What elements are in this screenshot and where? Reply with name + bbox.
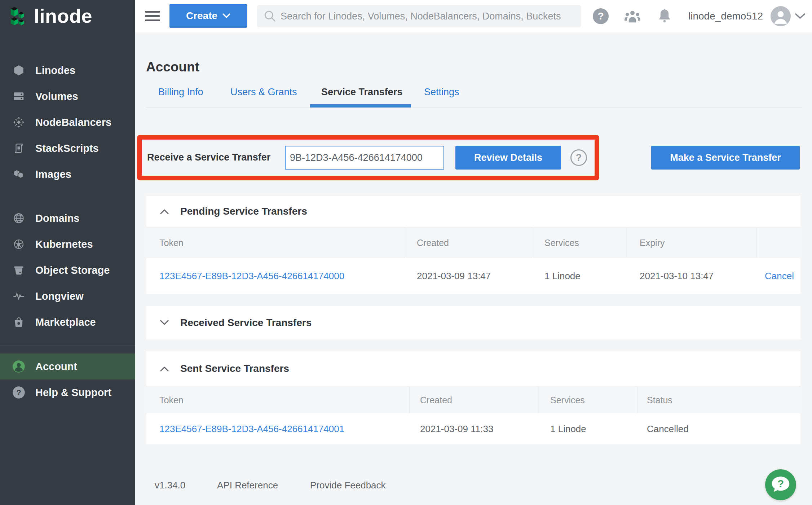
user-menu-chevron-icon[interactable] [795, 13, 806, 19]
transfer-created: 2021-03-09 11:33 [420, 423, 493, 435]
column-divider [531, 227, 531, 258]
received-section-toggle[interactable]: Received Service Transfers [146, 306, 800, 339]
chevron-down-icon [222, 13, 230, 18]
bucket-icon [9, 264, 28, 276]
search-icon [263, 9, 277, 23]
sidebar-item-label: Linodes [35, 65, 75, 76]
community-icon[interactable] [623, 8, 641, 24]
table-row: 123E4567-E89B-12D3-A456-426614174001 202… [146, 413, 800, 444]
menu-icon[interactable] [145, 11, 160, 22]
api-reference-link[interactable]: API Reference [217, 480, 278, 491]
transfer-help-icon[interactable]: ? [570, 149, 587, 166]
column-header-status: Status [647, 395, 672, 405]
sidebar-item-label: StackScripts [35, 142, 99, 154]
support-chat-button[interactable]: ? [765, 469, 796, 500]
linode-logo[interactable]: linode [9, 4, 92, 30]
transfer-token-link[interactable]: 123E4567-E89B-12D3-A456-426614174001 [159, 423, 344, 435]
transfer-expiry: 2021-03-10 13:47 [640, 271, 714, 282]
column-header-created: Created [417, 237, 449, 248]
pending-table-header: Token Created Services Expiry [146, 227, 800, 258]
column-header-token: Token [159, 237, 184, 248]
question-circle-icon: ? [9, 386, 28, 399]
sidebar-item-label: Volumes [35, 91, 78, 102]
pending-section-toggle[interactable]: Pending Service Transfers [146, 196, 800, 227]
sidebar-item-label: Account [35, 361, 77, 373]
make-service-transfer-button[interactable]: Make a Service Transfer [651, 146, 800, 170]
question-glyph: ? [597, 10, 604, 22]
sidebar-item-images[interactable]: Images [0, 161, 135, 187]
column-header-services: Services [544, 237, 579, 248]
transfer-created: 2021-03-09 13:47 [417, 271, 491, 282]
sidebar-item-label: NodeBalancers [35, 117, 111, 128]
sidebar-item-stackscripts[interactable]: StackScripts [0, 135, 135, 161]
pulse-icon [9, 290, 28, 302]
sidebar-item-volumes[interactable]: Volumes [0, 83, 135, 109]
received-transfers-panel: Received Service Transfers [146, 306, 800, 339]
pending-section-title: Pending Service Transfers [180, 206, 307, 217]
stackscripts-icon [9, 142, 28, 154]
sidebar-item-label: Images [35, 168, 71, 180]
column-divider [539, 386, 539, 413]
tab-billing-info[interactable]: Billing Info [158, 87, 203, 98]
column-divider [627, 227, 627, 258]
column-header-services: Services [550, 395, 585, 405]
sidebar-item-help-support[interactable]: ? Help & Support [0, 379, 135, 405]
tab-settings[interactable]: Settings [424, 87, 459, 98]
sidebar-item-linodes[interactable]: Linodes [0, 57, 135, 83]
sidebar-item-label: Marketplace [35, 316, 96, 328]
sidebar-divider [0, 345, 135, 346]
sidebar-item-nodebalancers[interactable]: NodeBalancers [0, 109, 135, 135]
receive-transfer-label: Receive a Service Transfer [147, 152, 270, 163]
column-header-token: Token [159, 395, 184, 405]
volumes-icon [9, 91, 28, 102]
chevron-up-icon [160, 366, 169, 372]
transfer-services: 1 Linode [544, 271, 581, 282]
sidebar-item-kubernetes[interactable]: Kubernetes [0, 231, 135, 257]
sidebar-item-object-storage[interactable]: Object Storage [0, 257, 135, 283]
sent-section-title: Sent Service Transfers [180, 363, 289, 374]
sidebar-item-marketplace[interactable]: Marketplace [0, 309, 135, 335]
sidebar-item-longview[interactable]: Longview [0, 283, 135, 309]
create-button[interactable]: Create [169, 4, 247, 28]
global-search[interactable] [257, 5, 581, 27]
sidebar-item-label: Kubernetes [35, 238, 93, 250]
column-divider [409, 386, 410, 413]
notifications-bell-icon[interactable] [657, 8, 672, 25]
transfer-token-link[interactable]: 123E4567-E89B-12D3-A456-426614174000 [159, 271, 344, 282]
transfer-token-input[interactable] [285, 146, 444, 170]
column-divider [756, 227, 756, 258]
tab-service-transfers[interactable]: Service Transfers [321, 87, 402, 98]
create-button-label: Create [186, 10, 217, 22]
sidebar-item-label: Object Storage [35, 264, 110, 276]
chevron-down-icon [160, 320, 169, 325]
globe-icon [9, 212, 28, 224]
linode-cloud-manager: linode Linodes Volumes [0, 0, 812, 505]
chat-bubble-question-icon: ? [769, 474, 792, 496]
provide-feedback-link[interactable]: Provide Feedback [310, 480, 386, 491]
cancel-transfer-link[interactable]: Cancel [765, 271, 794, 282]
linode-cubes-icon [9, 5, 29, 29]
sent-table-header: Token Created Services Status [146, 386, 800, 413]
nodebalancers-icon [9, 117, 28, 128]
username[interactable]: linode_demo512 [688, 10, 763, 22]
sidebar-item-domains[interactable]: Domains [0, 205, 135, 231]
sidebar-item-label: Help & Support [35, 387, 111, 399]
column-header-created: Created [420, 395, 452, 405]
active-tab-underline [310, 104, 411, 107]
search-input[interactable] [280, 10, 577, 22]
sidebar: linode Linodes Volumes [0, 0, 135, 505]
linode-logo-text: linode [34, 5, 92, 27]
review-details-button[interactable]: Review Details [455, 146, 561, 170]
tab-users-grants[interactable]: Users & Grants [230, 87, 297, 98]
topbar: Create ? [135, 0, 812, 32]
transfer-services: 1 Linode [550, 423, 586, 435]
svg-text:?: ? [777, 478, 784, 489]
sidebar-item-label: Domains [35, 212, 79, 224]
help-icon[interactable]: ? [593, 8, 609, 24]
chevron-up-icon [160, 209, 169, 214]
transfer-status: Cancelled [647, 423, 689, 435]
sent-section-toggle[interactable]: Sent Service Transfers [146, 351, 800, 386]
images-icon [9, 168, 28, 180]
sidebar-item-account[interactable]: Account [0, 354, 135, 379]
user-avatar[interactable] [771, 6, 791, 26]
